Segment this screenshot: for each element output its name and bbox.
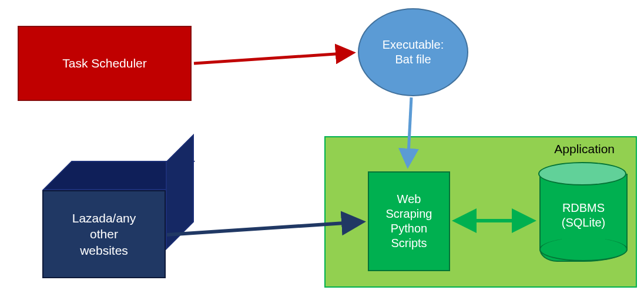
cylinder-top: [538, 162, 626, 185]
node-task-scheduler: Task Scheduler: [18, 26, 192, 101]
node-scraping-label-line4: Scripts: [391, 236, 427, 251]
cylinder-bottom: [539, 238, 628, 261]
node-executable-label-line1: Executable:: [383, 38, 444, 52]
node-scraping-label-line3: Python: [391, 221, 427, 236]
node-rdbms: RDBMS (SQLite): [539, 174, 628, 262]
node-rdbms-label-line1: RDBMS: [562, 201, 605, 214]
node-scraping: Web Scraping Python Scripts: [368, 171, 450, 271]
node-scraping-label-line1: Web: [397, 192, 421, 207]
cube-side-face: [166, 134, 194, 250]
group-application-title: Application: [554, 142, 615, 156]
node-scraping-label-line2: Scraping: [386, 207, 432, 221]
diagram-canvas: Task Scheduler Executable: Bat file Laza…: [0, 0, 644, 297]
edge-taskscheduler-executable: [194, 53, 353, 63]
node-websites-label-line1: Lazada/any: [72, 211, 136, 225]
node-rdbms-label-line2: (SQLite): [562, 216, 605, 229]
cube-front-face: Lazada/any other websites: [42, 190, 166, 278]
node-executable-label-line2: Bat file: [395, 52, 431, 67]
node-rdbms-label: RDBMS (SQLite): [539, 201, 628, 230]
node-websites: Lazada/any other websites: [42, 161, 166, 278]
group-application: Application Web Scraping Python Scripts …: [324, 136, 637, 288]
node-websites-label-line2: other: [90, 227, 118, 241]
node-executable: Executable: Bat file: [358, 8, 468, 96]
node-websites-label-line3: websites: [80, 244, 128, 257]
node-task-scheduler-label: Task Scheduler: [62, 56, 147, 71]
